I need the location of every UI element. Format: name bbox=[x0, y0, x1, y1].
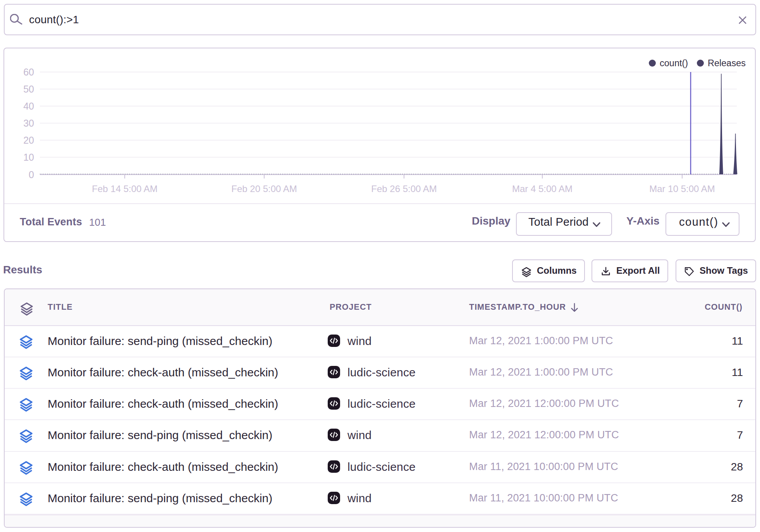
svg-text:Mar 10 5:00 AM: Mar 10 5:00 AM bbox=[649, 184, 715, 194]
svg-text:Feb 14 5:00 AM: Feb 14 5:00 AM bbox=[92, 184, 157, 194]
svg-text:Mar 4 5:00 AM: Mar 4 5:00 AM bbox=[512, 184, 573, 194]
svg-text:Feb 20 5:00 AM: Feb 20 5:00 AM bbox=[231, 184, 297, 194]
svg-text:20: 20 bbox=[23, 135, 34, 146]
svg-text:10: 10 bbox=[23, 152, 34, 163]
svg-text:40: 40 bbox=[23, 101, 34, 112]
svg-text:60: 60 bbox=[23, 67, 34, 77]
svg-text:50: 50 bbox=[23, 84, 34, 94]
svg-text:30: 30 bbox=[23, 118, 34, 129]
svg-text:count(): count() bbox=[660, 58, 688, 68]
svg-text:Releases: Releases bbox=[708, 58, 746, 68]
svg-text:0: 0 bbox=[29, 169, 34, 180]
svg-text:Feb 26 5:00 AM: Feb 26 5:00 AM bbox=[371, 184, 437, 194]
